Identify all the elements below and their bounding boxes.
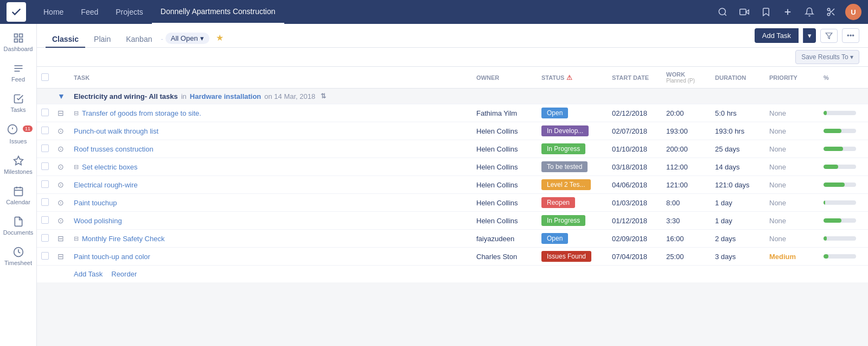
owner-cell-1: Helen Collins — [472, 122, 537, 140]
duration-cell-5: 1 day — [711, 194, 765, 212]
task-link-8[interactable]: Paint touch-up and color — [74, 253, 150, 261]
sidebar-item-milestones[interactable]: Milestones — [2, 151, 35, 179]
sidebar-item-tasks[interactable]: Tasks — [2, 89, 35, 117]
status-badge-1: In Develop... — [541, 125, 589, 136]
svg-point-6 — [827, 8, 830, 11]
start-date-cell-4: 04/06/2018 — [608, 176, 662, 194]
nav-current-project[interactable]: Donnelly Apartments Construction — [152, 0, 284, 24]
th-owner: OWNER — [472, 67, 537, 89]
sidebar-item-documents[interactable]: Documents — [2, 212, 35, 240]
status-badge-4: Level 2 Tes... — [541, 179, 591, 190]
th-work-sub: Planned (P) — [666, 78, 706, 84]
bookmark-icon[interactable] — [758, 4, 774, 20]
row-expand-4: ⊙ — [53, 176, 69, 194]
th-work: WORK Planned (P) — [662, 67, 711, 89]
priority-cell-3: None — [765, 158, 819, 176]
row-checkbox-1[interactable] — [41, 127, 49, 134]
pct-cell-4 — [819, 176, 868, 194]
filter-icon — [825, 32, 833, 40]
reorder-link[interactable]: Reorder — [111, 270, 137, 278]
search-icon[interactable] — [715, 4, 730, 20]
video-icon[interactable] — [737, 4, 752, 20]
priority-cell-8: Medium — [765, 248, 819, 266]
sidebar-item-timesheet[interactable]: Timesheet — [2, 242, 35, 270]
status-cell-4: Level 2 Tes... — [537, 176, 608, 194]
app-logo[interactable] — [7, 2, 26, 22]
task-link-5[interactable]: Paint touchup — [74, 199, 117, 207]
user-avatar[interactable]: U — [845, 4, 861, 20]
group-title-cell: Electricity and wiring- All tasks in Har… — [69, 89, 868, 104]
status-cell-0: Open — [537, 104, 608, 122]
row-checkbox-0[interactable] — [41, 109, 49, 116]
status-badge-0: Open — [541, 108, 568, 118]
star-button[interactable]: ★ — [216, 33, 224, 43]
progress-fill-8 — [824, 254, 828, 259]
start-date-cell-6: 01/12/2018 — [608, 212, 662, 230]
sidebar-item-feed[interactable]: Feed — [2, 59, 35, 87]
duration-cell-1: 193:0 hrs — [711, 122, 765, 140]
sidebar-label-tasks: Tasks — [10, 106, 25, 113]
th-work-label: WORK — [666, 71, 685, 78]
row-checkbox-6[interactable] — [41, 216, 49, 224]
task-link-4[interactable]: Electrical rough-wire — [74, 181, 138, 189]
th-task-label: TASK — [74, 74, 90, 81]
task-clock-icon: ⊙ — [58, 144, 64, 153]
nav-projects[interactable]: Projects — [107, 0, 152, 24]
duration-cell-3: 14 days — [711, 158, 765, 176]
sidebar-item-calendar[interactable]: Calendar — [2, 181, 35, 210]
sidebar-label-dashboard: Dashboard — [4, 46, 33, 52]
sidebar-item-issues[interactable]: 11 Issues — [2, 119, 35, 149]
table-row: ⊙Electrical rough-wireHelen CollinsLevel… — [37, 176, 868, 194]
tab-kanban[interactable]: Kanban — [119, 32, 158, 48]
more-button[interactable]: ••• — [842, 28, 859, 43]
priority-cell-4: None — [765, 176, 819, 194]
task-link-1[interactable]: Punch-out walk through list — [74, 127, 158, 135]
add-task-dropdown-button[interactable]: ▾ — [803, 28, 816, 43]
priority-cell-1: None — [765, 122, 819, 140]
bell-icon[interactable] — [802, 4, 817, 20]
sidebar-item-dashboard[interactable]: Dashboard — [2, 28, 35, 56]
row-checkbox-3[interactable] — [41, 162, 49, 170]
group-expand-cell: ▼ — [53, 89, 69, 104]
group-collapse-icon[interactable]: ▼ — [58, 92, 65, 100]
task-link-7[interactable]: Monthly Fire Safety Check — [82, 235, 164, 243]
row-checkbox-7[interactable] — [41, 234, 49, 242]
select-all-checkbox[interactable] — [41, 73, 49, 81]
task-link-6[interactable]: Wood polishing — [74, 217, 122, 225]
svg-rect-13 — [19, 39, 22, 42]
th-check — [37, 67, 53, 89]
row-checkbox-2[interactable] — [41, 144, 49, 152]
save-results-button[interactable]: Save Results To ▾ — [795, 50, 859, 64]
task-name-cell-6: Wood polishing — [69, 212, 472, 230]
task-link-0[interactable]: Transfer of goods from storage to site. — [82, 109, 201, 117]
nav-feed[interactable]: Feed — [72, 0, 107, 24]
task-link-2[interactable]: Roof trusses construction — [74, 145, 154, 153]
th-expand — [53, 67, 69, 89]
tab-classic[interactable]: Classic — [46, 32, 85, 48]
nav-home[interactable]: Home — [35, 0, 72, 24]
row-expand-3: ⊙ — [53, 158, 69, 176]
priority-cell-6: None — [765, 212, 819, 230]
main-content: Classic Plain Kanban - All Open ▾ ★ Add … — [37, 24, 868, 346]
scissors-icon[interactable] — [824, 4, 839, 20]
progress-fill-4 — [824, 183, 845, 187]
plus-icon[interactable] — [780, 4, 795, 20]
row-checkbox-4[interactable] — [41, 180, 49, 188]
work-cell-8: 25:00 — [662, 248, 711, 266]
th-pct: % — [819, 67, 868, 89]
row-expand-7: ⊟ — [53, 230, 69, 248]
task-link-3[interactable]: Set electric boxes — [82, 163, 138, 171]
sort-icon[interactable]: ⇅ — [321, 92, 326, 100]
filter-button[interactable] — [820, 29, 838, 43]
tab-plain[interactable]: Plain — [87, 32, 117, 48]
add-task-link[interactable]: Add Task — [74, 270, 103, 278]
group-link[interactable]: Hardware installation — [190, 92, 261, 100]
sub-header-right: Add Task ▾ ••• — [755, 28, 859, 47]
row-checkbox-8[interactable] — [41, 252, 49, 260]
task-sub-icon-0: ⊟ — [74, 110, 79, 117]
filter-pill[interactable]: All Open ▾ — [165, 33, 209, 44]
status-warning-icon: ⚠ — [566, 74, 572, 81]
row-checkbox-5[interactable] — [41, 198, 49, 206]
add-task-button[interactable]: Add Task — [755, 28, 799, 43]
owner-cell-5: Helen Collins — [472, 194, 537, 212]
